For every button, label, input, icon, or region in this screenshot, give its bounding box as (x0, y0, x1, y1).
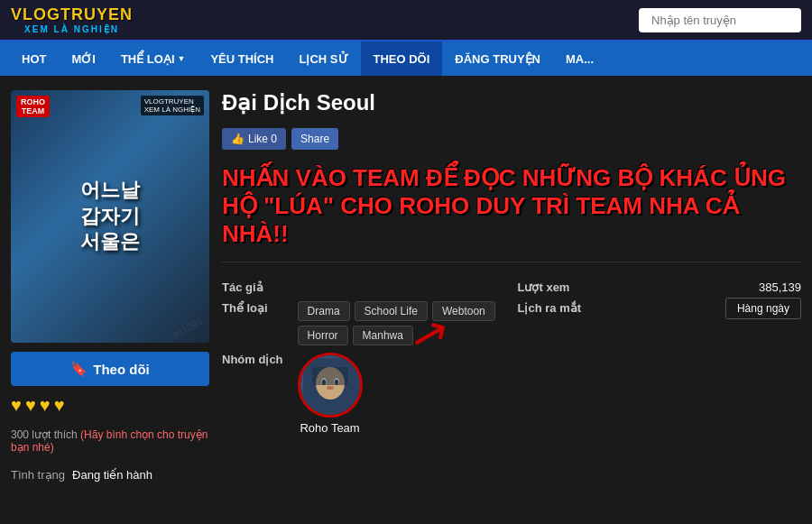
share-button[interactable]: Share (291, 128, 338, 150)
hearts-rating: ♥ ♥ ♥ ♥ (11, 395, 209, 416)
nav-moi[interactable]: MỚI (59, 41, 107, 76)
nav-yeuthich[interactable]: YÊU THÍCH (198, 41, 286, 76)
status-label: Tình trạng (11, 468, 65, 482)
nav-lichsu[interactable]: LỊCH SỬ (287, 41, 361, 76)
cover-watermark: 941090 (171, 316, 205, 342)
genre-manhwa[interactable]: Manhwa (353, 326, 413, 345)
views-label: Lượt xem (518, 280, 582, 294)
team-avatar[interactable] (298, 353, 363, 418)
nav-more[interactable]: MA... (553, 41, 606, 76)
team-container[interactable]: Roho Team (298, 353, 363, 435)
team-avatar-img (300, 355, 360, 415)
schedule-badge: Hàng ngày (725, 298, 801, 319)
like-button[interactable]: 👍 Like 0 (222, 128, 286, 150)
heart-2[interactable]: ♥ (25, 395, 36, 416)
genre-horror[interactable]: Horror (298, 326, 348, 345)
status-row: Tình trạng Đang tiến hành (11, 468, 209, 482)
genre-drama[interactable]: Drama (298, 301, 350, 321)
genre-tags: Drama School Life Webtoon Horror Manhwa (298, 301, 503, 345)
chevron-down-icon: ▼ (178, 54, 186, 63)
search-input[interactable] (639, 8, 801, 32)
svg-point-6 (327, 386, 334, 390)
promo-text: NHẤN VÀO TEAM ĐỂ ĐỌC NHỮNG BỘ KHÁC ỦNG H… (222, 164, 801, 249)
action-buttons: 👍 Like 0 Share (222, 128, 801, 150)
nav-theloai[interactable]: THỂ LOẠI ▼ (108, 41, 198, 76)
status-value: Đang tiến hành (72, 468, 152, 482)
team-label: Nhóm dịch (222, 353, 283, 366)
main-content: ROHO TEAM VLOGTRUYENXEM LÀ NGHIỆN 어느날갑자기… (0, 76, 812, 496)
cover-text-kr: 어느날갑자기서울은 (71, 169, 149, 264)
thumbs-up-icon: 👍 (231, 133, 245, 145)
logo-sub: XEM LÀ NGHIỆN (24, 24, 119, 34)
navigation: HOT MỚI THỂ LOẠI ▼ YÊU THÍCH LỊCH SỬ THE… (0, 41, 812, 76)
logo[interactable]: VLOGTRUYEN XEM LÀ NGHIỆN (11, 5, 133, 34)
heart-3[interactable]: ♥ (40, 395, 51, 416)
divider (222, 262, 801, 262)
like-count: 300 lượt thích (Hãy bình chọn cho truyện… (11, 428, 209, 454)
cover-badge: ROHO TEAM (16, 96, 50, 117)
right-content: Đại Dịch Seoul 👍 Like 0 Share NHẤN VÀO T… (222, 90, 801, 482)
team-name: Roho Team (300, 421, 359, 435)
views-value: 385,139 (595, 280, 801, 294)
header: VLOGTRUYEN XEM LÀ NGHIỆN (0, 0, 812, 41)
schedule-label: Lịch ra mắt (518, 301, 582, 315)
genre-label: Thể loại (222, 301, 283, 315)
logo-main: VLOGTRUYEN (11, 5, 133, 24)
manga-title: Đại Dịch Seoul (222, 90, 801, 115)
heart-1[interactable]: ♥ (11, 395, 22, 416)
cover-image: ROHO TEAM VLOGTRUYENXEM LÀ NGHIỆN 어느날갑자기… (11, 90, 209, 343)
cover-team-badge: VLOGTRUYENXEM LÀ NGHIỆN (141, 96, 204, 115)
nav-hot[interactable]: HOT (9, 41, 59, 76)
schedule-value: Hàng ngày (595, 301, 801, 315)
follow-button[interactable]: 🔖 Theo dõi (11, 352, 209, 386)
heart-4[interactable]: ♥ (54, 395, 65, 416)
svg-rect-7 (312, 367, 348, 385)
author-label: Tác giả (222, 280, 283, 294)
left-sidebar: ROHO TEAM VLOGTRUYENXEM LÀ NGHIỆN 어느날갑자기… (11, 90, 209, 482)
bookmark-icon: 🔖 (70, 361, 88, 377)
info-table: Tác giả Lượt xem 385,139 Thể loại Drama … (222, 280, 801, 435)
nav-dangtruyen[interactable]: ĐĂNG TRUYỆN (442, 41, 553, 76)
team-section: Roho Team ↗ (298, 353, 503, 435)
nav-theodoi[interactable]: THEO DÕI (361, 41, 443, 76)
